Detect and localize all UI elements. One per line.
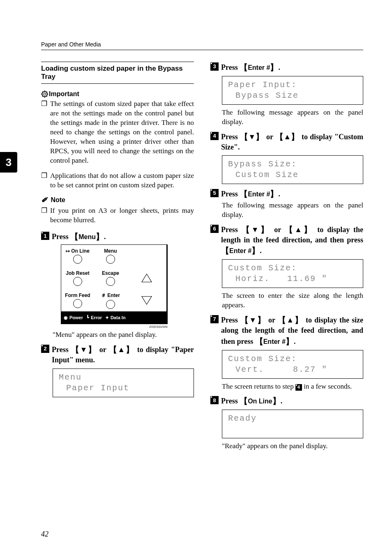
- step-number-3: 3: [210, 62, 219, 71]
- menu-button[interactable]: [106, 255, 115, 264]
- step-7: 7 Press 【▼】 or 【▲】 to display the size a…: [210, 314, 363, 391]
- online-arrow-icon: ↦: [66, 248, 70, 254]
- step-5: 5 Press 【Enter #】. The following message…: [210, 188, 363, 220]
- lcd-display: Custom Size: Vert. 8.27 ": [222, 350, 363, 379]
- step-number-8: 8: [210, 396, 219, 404]
- lcd-display: Bypass Size: Custom Size: [222, 155, 363, 184]
- note-heading: ✐ Note: [41, 196, 194, 205]
- step-7-body: The screen returns to step 4 in a few se…: [222, 382, 363, 391]
- step-number-4: 4: [210, 132, 219, 140]
- up-button[interactable]: [142, 274, 151, 282]
- enter-key: Enter #: [229, 247, 251, 254]
- note-label-text: Note: [51, 196, 65, 204]
- note-icon: ✐: [41, 196, 47, 205]
- lcd-display: Custom Size: Horiz. 11.69 ": [222, 259, 363, 288]
- down-arrow-icon: ▼: [249, 316, 257, 324]
- bullet-icon: ❐: [41, 99, 50, 108]
- enter-key: Enter #: [248, 191, 270, 198]
- control-panel-figure: ↦On Line Menu Job Reset Escape Form Feed…: [61, 244, 194, 329]
- page-number: 42: [41, 530, 48, 539]
- jobreset-label: Job Reset: [66, 270, 89, 276]
- important-icon: ۞: [41, 90, 48, 98]
- online-label: On Line: [71, 248, 90, 254]
- step-8: 8 Press 【On Line】. Ready "Ready" appears…: [210, 395, 363, 451]
- figure-code: ZDDS020N: [61, 325, 168, 329]
- subsection-title: Loading custom sized paper in the Bypass…: [41, 62, 194, 84]
- error-icon: ┗: [86, 315, 89, 320]
- error-label: Error: [91, 315, 102, 320]
- menu-key: Menu: [78, 233, 96, 240]
- up-arrow-icon: ▲: [295, 226, 304, 234]
- down-arrow-icon: ▼: [248, 133, 256, 141]
- bullet-icon: ❐: [41, 206, 50, 215]
- lcd-display: Menu Paper Input: [53, 368, 194, 397]
- chapter-tab: 3: [0, 152, 17, 173]
- step-2: 2 Press 【▼】 or 【▲】 to display "Paper Inp…: [41, 344, 194, 397]
- online-button[interactable]: [73, 255, 82, 264]
- menu-label: Menu: [104, 248, 117, 254]
- step-number-7: 7: [210, 315, 219, 323]
- up-arrow-icon: ▲: [284, 133, 291, 141]
- up-arrow-icon: ▲: [118, 345, 125, 354]
- power-label: Power: [69, 315, 83, 320]
- step-number-1: 1: [41, 232, 49, 240]
- important-bullet-2: ❐ Applications that do not allow a custo…: [41, 171, 194, 190]
- step-1: 1 Press 【Menu】. ↦On Line Menu Job Reset …: [41, 231, 194, 340]
- step-6-body: The screen to enter the size along the l…: [222, 291, 363, 310]
- jobreset-button[interactable]: [73, 277, 82, 286]
- step-number-5: 5: [210, 189, 219, 197]
- running-head: Paper and Other Media: [41, 41, 363, 50]
- escape-label: Escape: [102, 270, 119, 276]
- datain-label: Data In: [111, 315, 126, 320]
- down-button[interactable]: [142, 297, 151, 304]
- bullet-icon: ❐: [41, 171, 50, 180]
- important-label-text: Important: [49, 90, 79, 98]
- escape-button[interactable]: [106, 277, 115, 286]
- enter-key: Enter #: [263, 338, 286, 345]
- important-bullet-1: ❐ The settings of custom sized paper tha…: [41, 99, 194, 166]
- step-4: 4 Press 【▼】 or 【▲】 to display "Custom Si…: [210, 131, 363, 184]
- enter-button[interactable]: [106, 300, 115, 309]
- up-arrow-icon: ▲: [286, 316, 294, 324]
- enter-key: Enter #: [248, 64, 270, 71]
- right-column: 3 Press 【Enter #】. Paper Input: Bypass S…: [210, 62, 363, 455]
- formfeed-button[interactable]: [73, 299, 82, 308]
- important-heading: ۞Important: [41, 90, 194, 98]
- lcd-display: Ready: [222, 410, 363, 438]
- lcd-display: Paper Input: Bypass Size: [222, 76, 363, 105]
- step-3-body: The following message appears on the pan…: [222, 108, 363, 127]
- step-number-2: 2: [41, 345, 49, 353]
- step-ref-icon: 4: [295, 384, 302, 391]
- step-1-body: "Menu" appears on the panel display.: [53, 330, 194, 340]
- step-3: 3 Press 【Enter #】. Paper Input: Bypass S…: [210, 62, 363, 127]
- online-key: On Line: [248, 398, 272, 405]
- enter-label: Enter: [107, 292, 120, 298]
- step-5-body: The following message appears on the pan…: [222, 201, 363, 220]
- datain-icon: ✦: [105, 315, 109, 320]
- formfeed-label: Form Feed: [65, 292, 90, 298]
- down-arrow-icon: ▼: [251, 226, 261, 234]
- step-6: 6 Press 【▼】 or 【▲】 to display the length…: [210, 224, 363, 310]
- left-column: Loading custom sized paper in the Bypass…: [41, 62, 194, 455]
- step-8-body: "Ready" appears on the panel display.: [222, 442, 363, 451]
- step-number-6: 6: [210, 225, 219, 233]
- down-arrow-icon: ▼: [80, 345, 88, 354]
- power-icon: ◉: [64, 315, 68, 320]
- hash-icon: ＃: [101, 292, 106, 299]
- note-bullet-1: ❐ If you print on A3 or longer sheets, p…: [41, 206, 194, 225]
